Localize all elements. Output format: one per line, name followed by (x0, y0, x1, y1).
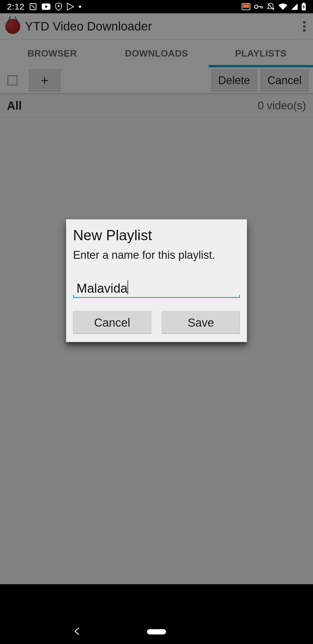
key-icon (254, 4, 263, 9)
playlist-name-field[interactable] (73, 279, 240, 298)
back-icon[interactable] (73, 627, 81, 636)
shield-icon (55, 3, 62, 11)
svg-line-1 (32, 5, 35, 8)
cast-icon (242, 3, 250, 10)
svg-rect-15 (303, 3, 305, 3)
youtube-icon (42, 3, 50, 10)
dialog-title: New Playlist (73, 227, 240, 244)
wifi-icon (278, 3, 287, 10)
svg-point-8 (254, 5, 258, 8)
cell-signal-icon (291, 3, 298, 10)
svg-marker-5 (67, 3, 74, 10)
dnd-off-icon (267, 2, 275, 11)
dialog-save-button[interactable]: Save (162, 311, 240, 334)
svg-rect-7 (243, 4, 249, 8)
system-nav-bar (0, 620, 313, 644)
calendar-blocked-icon (29, 3, 37, 11)
new-playlist-dialog: New Playlist Enter a name for this playl… (66, 219, 247, 342)
dot-icon (79, 6, 81, 8)
play-store-icon (67, 3, 74, 11)
home-pill[interactable] (147, 629, 166, 634)
dialog-subtitle: Enter a name for this playlist. (73, 249, 240, 261)
status-bar: 2:12 (0, 0, 313, 13)
status-clock: 2:12 (7, 2, 24, 12)
playlist-name-input[interactable] (73, 279, 240, 298)
svg-point-4 (58, 5, 59, 7)
svg-marker-13 (291, 3, 298, 10)
battery-charging-icon (301, 3, 306, 11)
dialog-cancel-button[interactable]: Cancel (73, 311, 151, 334)
